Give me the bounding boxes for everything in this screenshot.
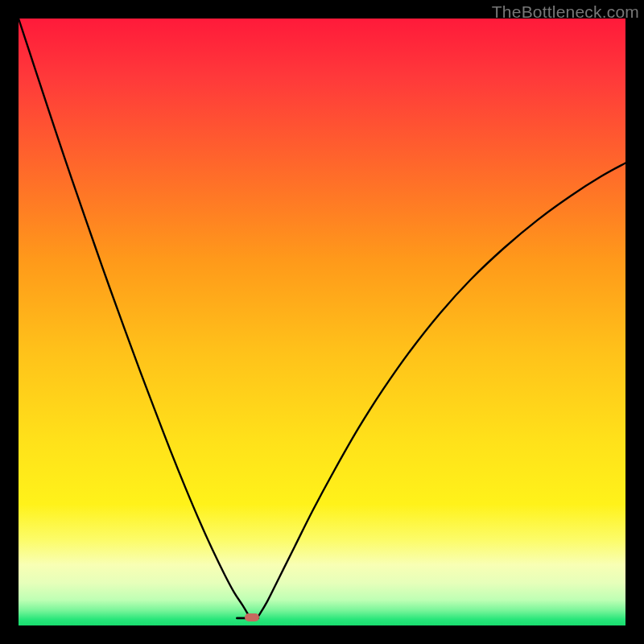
gradient-background [19,19,625,625]
chart-plot [19,19,625,625]
watermark-text: TheBottleneck.com [492,2,639,22]
optimum-marker [245,613,259,621]
chart-frame [19,19,625,625]
